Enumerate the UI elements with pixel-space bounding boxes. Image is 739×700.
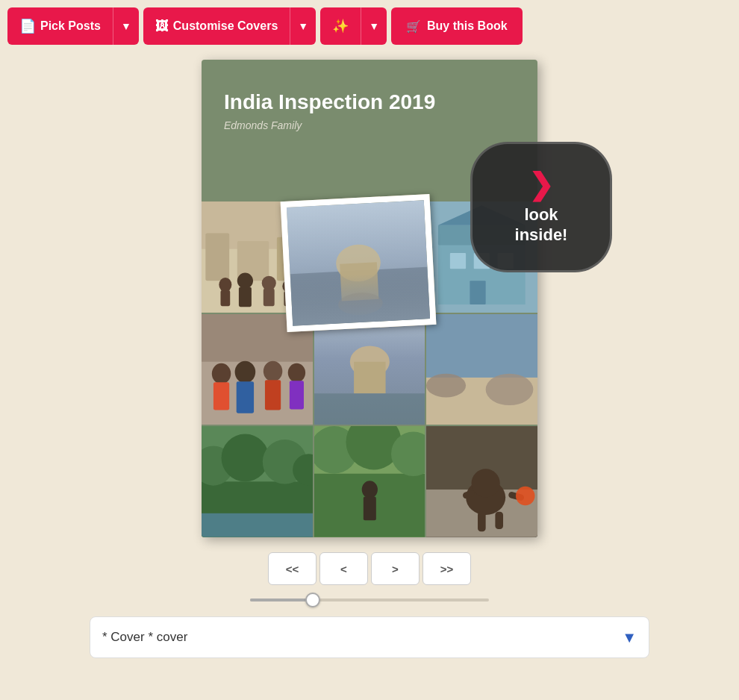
svg-rect-37 (314, 314, 425, 425)
svg-point-55 (314, 426, 358, 474)
photo-cell-5 (314, 314, 425, 425)
svg-point-62 (466, 481, 505, 516)
main-content: India Inspection 2019 Edmonds Family (0, 52, 739, 673)
chevron-down-icon-2: ▼ (298, 20, 308, 32)
svg-rect-52 (202, 513, 313, 537)
svg-rect-54 (314, 474, 425, 537)
pick-posts-group: 📄 Pick Posts ▼ (7, 7, 139, 45)
svg-rect-59 (363, 497, 375, 521)
polaroid-photo (281, 194, 437, 332)
photo-cell-8 (314, 426, 425, 537)
cart-icon: 🛒 (406, 19, 421, 34)
svg-point-5 (219, 278, 231, 292)
nav-controls: << < > >> (268, 552, 471, 585)
svg-rect-64 (462, 490, 475, 499)
svg-rect-46 (202, 426, 313, 537)
svg-point-45 (486, 373, 534, 404)
svg-rect-10 (264, 289, 275, 306)
chevron-down-icon: ▼ (121, 20, 131, 32)
buy-book-label: Buy this Book (427, 19, 508, 33)
book-subtitle: Edmonds Family (202, 119, 537, 146)
svg-rect-39 (354, 361, 385, 393)
svg-rect-53 (314, 426, 425, 537)
svg-rect-65 (508, 491, 526, 501)
photo-cell-7 (202, 426, 313, 537)
svg-rect-42 (426, 314, 537, 378)
page-selector-label: * Cover * cover (102, 630, 187, 645)
svg-point-51 (293, 454, 313, 485)
customise-covers-dropdown[interactable]: ▼ (290, 7, 316, 45)
svg-point-57 (391, 432, 425, 476)
svg-rect-67 (496, 512, 504, 529)
page-slider-container (250, 599, 489, 601)
page-selector-chevron-icon: ▼ (622, 629, 637, 646)
svg-rect-72 (340, 262, 378, 301)
photo-cell-6 (426, 314, 537, 425)
magic-dropdown[interactable]: ▼ (361, 7, 387, 45)
slider-fill (250, 599, 310, 601)
magic-group: ✨ ▼ (320, 7, 387, 45)
pick-posts-dropdown[interactable]: ▼ (113, 7, 139, 45)
svg-point-56 (346, 426, 401, 469)
picture-icon: 🖼 (155, 19, 169, 34)
toolbar: 📄 Pick Posts ▼ 🖼 Customise Covers ▼ ✨ ▼ … (0, 0, 739, 52)
slider-track (250, 599, 489, 601)
svg-rect-60 (426, 426, 537, 537)
svg-rect-34 (265, 380, 281, 410)
photo-cell-9 (426, 426, 537, 537)
next-page-button[interactable]: > (371, 552, 420, 585)
pick-posts-button[interactable]: 📄 Pick Posts (7, 7, 113, 45)
svg-rect-32 (237, 381, 254, 413)
svg-point-50 (263, 440, 307, 484)
book-title: India Inspection 2019 (202, 60, 537, 119)
svg-rect-8 (239, 287, 252, 307)
svg-rect-6 (220, 290, 230, 306)
svg-rect-2 (205, 233, 229, 281)
svg-point-38 (349, 346, 389, 377)
svg-point-49 (222, 434, 269, 482)
chevron-down-icon-3: ▼ (369, 20, 379, 32)
svg-rect-28 (202, 361, 313, 425)
customise-covers-label: Customise Covers (173, 19, 278, 33)
svg-point-73 (337, 292, 383, 316)
last-page-button[interactable]: >> (422, 552, 471, 585)
buy-book-button[interactable]: 🛒 Buy this Book (391, 7, 523, 45)
svg-point-7 (237, 273, 253, 289)
page-selector-dropdown[interactable]: * Cover * cover ▼ (90, 616, 649, 658)
svg-point-58 (361, 481, 377, 499)
svg-point-35 (288, 363, 305, 381)
magic-button[interactable]: ✨ (320, 7, 361, 45)
pick-posts-label: Pick Posts (40, 19, 101, 33)
look-inside-bubble[interactable]: ❯ look inside! (470, 142, 612, 272)
customise-covers-button[interactable]: 🖼 Customise Covers (143, 7, 290, 45)
svg-rect-40 (314, 393, 425, 425)
svg-point-63 (472, 469, 500, 498)
first-page-button[interactable]: << (268, 552, 317, 585)
svg-rect-26 (470, 281, 486, 304)
svg-rect-30 (213, 382, 229, 410)
document-icon: 📄 (19, 18, 36, 34)
svg-rect-66 (478, 512, 486, 532)
svg-rect-36 (290, 381, 304, 409)
slider-thumb[interactable] (305, 593, 320, 607)
customise-covers-group: 🖼 Customise Covers ▼ (143, 7, 316, 45)
svg-point-33 (264, 360, 282, 381)
prev-page-button[interactable]: < (319, 552, 368, 585)
svg-rect-61 (426, 490, 537, 537)
svg-rect-70 (287, 266, 430, 325)
svg-rect-23 (450, 253, 466, 269)
look-inside-arrow-icon: ❯ (528, 169, 554, 199)
polaroid-inner (287, 200, 430, 325)
svg-rect-47 (202, 482, 313, 537)
svg-point-68 (516, 487, 534, 505)
look-inside-text: look inside! (515, 205, 568, 245)
svg-point-48 (202, 446, 233, 486)
svg-point-9 (262, 276, 276, 290)
svg-rect-41 (426, 314, 537, 425)
svg-point-44 (426, 373, 466, 397)
svg-point-31 (235, 360, 256, 383)
book-cover: India Inspection 2019 Edmonds Family (202, 60, 537, 537)
magic-icon: ✨ (332, 18, 349, 34)
svg-point-29 (212, 363, 231, 384)
svg-rect-3 (237, 241, 269, 281)
